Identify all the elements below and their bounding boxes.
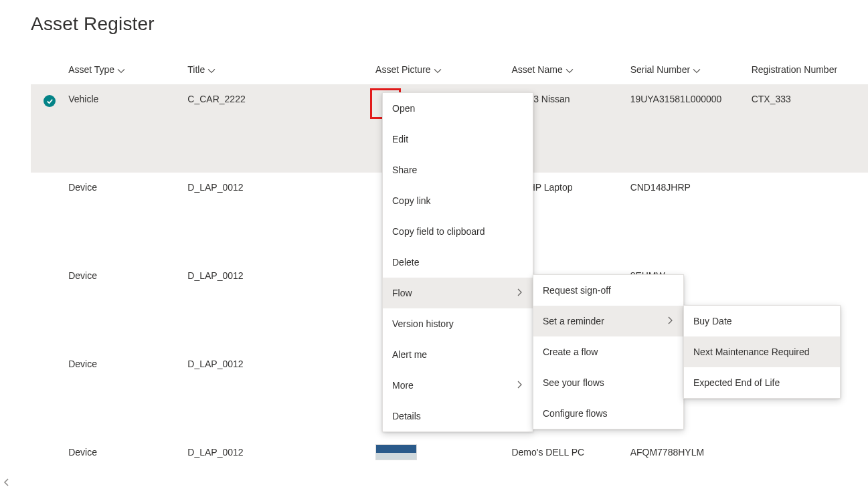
chevron-right-icon (666, 316, 674, 326)
menu-item-more[interactable]: More (383, 370, 533, 401)
col-header-asset-picture[interactable]: Asset Picture (375, 64, 511, 75)
col-header-serial-number[interactable]: Serial Number (630, 64, 752, 75)
chevron-down-icon (117, 65, 126, 74)
menu-item-delete[interactable]: Delete (383, 247, 533, 278)
cell-asset-type: Device (68, 447, 187, 458)
thumbnail-image (375, 444, 417, 460)
checkmark-circle-icon[interactable] (44, 95, 56, 107)
cell-registration: CTX_333 (752, 94, 868, 104)
cell-title[interactable]: D_LAP_0012 (187, 359, 375, 369)
col-header-label: Asset Picture (375, 64, 430, 75)
col-header-label: Title (187, 64, 205, 75)
col-header-label: Registration Number (752, 64, 837, 75)
chevron-down-icon (434, 65, 443, 74)
flow-submenu: Request sign-off Set a reminder Create a… (533, 274, 684, 429)
menu-item-request-signoff[interactable]: Request sign-off (533, 275, 683, 306)
cell-asset-type: Device (68, 182, 187, 193)
reminder-submenu: Buy Date Next Maintenance Required Expec… (683, 305, 841, 399)
chevron-down-icon (566, 65, 575, 74)
menu-item-configure-flows[interactable]: Configure flows (533, 398, 683, 429)
horizontal-scrollbar[interactable] (3, 478, 11, 488)
menu-item-copy-link[interactable]: Copy link (383, 185, 533, 216)
table-header-row: Asset Type Title Asset Picture Asset Nam… (31, 55, 868, 84)
cell-serial: AFQM7788HYLM (630, 447, 752, 458)
menu-item-open[interactable]: Open (383, 93, 533, 124)
cell-title[interactable]: C_CAR_2222 (187, 94, 375, 104)
chevron-right-icon (515, 380, 523, 391)
page-title: Asset Register (31, 13, 868, 35)
col-header-title[interactable]: Title (187, 64, 375, 75)
col-header-registration-number[interactable]: Registration Number (752, 64, 868, 75)
col-header-label: Serial Number (630, 64, 690, 75)
menu-item-flow[interactable]: Flow (383, 278, 533, 308)
cell-title[interactable]: D_LAP_0012 (187, 182, 375, 193)
context-menu: Open Edit Share Copy link Copy field to … (382, 92, 533, 432)
cell-serial: CND148JHRP (630, 182, 752, 193)
menu-item-create-flow[interactable]: Create a flow (533, 336, 683, 367)
cell-asset-type: Device (68, 359, 187, 369)
menu-item-alert-me[interactable]: Alert me (383, 339, 533, 370)
col-header-asset-type[interactable]: Asset Type (68, 64, 187, 75)
chevron-right-icon (515, 288, 523, 298)
col-header-label: Asset Name (511, 64, 562, 75)
menu-item-copy-field[interactable]: Copy field to clipboard (383, 216, 533, 247)
menu-item-version-history[interactable]: Version history (383, 308, 533, 339)
scroll-left-icon[interactable] (3, 478, 11, 488)
menu-item-set-reminder[interactable]: Set a reminder (533, 306, 683, 336)
cell-serial: 19UYA31581L000000 (630, 94, 752, 104)
col-header-asset-name[interactable]: Asset Name (511, 64, 630, 75)
cell-title[interactable]: D_LAP_0012 (187, 447, 375, 458)
chevron-down-icon (207, 65, 217, 74)
col-header-label: Asset Type (68, 64, 114, 75)
chevron-down-icon (693, 65, 702, 74)
menu-item-buy-date[interactable]: Buy Date (684, 306, 840, 336)
menu-item-next-maintenance[interactable]: Next Maintenance Required (684, 336, 840, 367)
table-row[interactable]: Device D_LAP_0012 Demo's DELL PC AFQM778… (31, 437, 868, 460)
cell-asset-name: Demo's DELL PC (511, 447, 630, 458)
cell-asset-type: Device (68, 270, 187, 281)
menu-item-share[interactable]: Share (383, 155, 533, 185)
menu-item-expected-eol[interactable]: Expected End of Life (684, 367, 840, 398)
header-select-all[interactable] (31, 69, 68, 70)
cell-asset-type: Vehicle (68, 94, 187, 104)
cell-title[interactable]: D_LAP_0012 (187, 270, 375, 281)
menu-item-edit[interactable]: Edit (383, 124, 533, 155)
menu-item-see-flows[interactable]: See your flows (533, 367, 683, 398)
menu-item-details[interactable]: Details (383, 401, 533, 431)
